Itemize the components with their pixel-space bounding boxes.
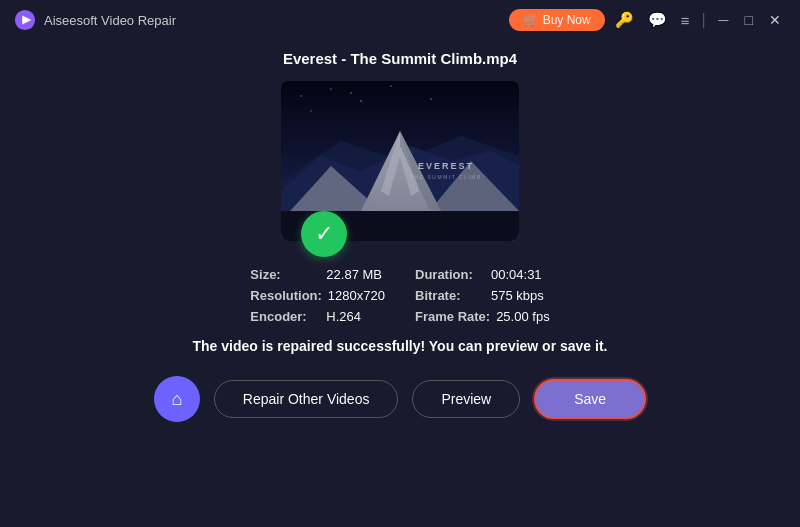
info-grid: Size: 22.87 MB Duration: 00:04:31 Resolu…	[250, 267, 549, 324]
minimize-button[interactable]: ─	[714, 10, 734, 30]
size-label: Size:	[250, 267, 320, 282]
save-button[interactable]: Save	[534, 379, 646, 419]
encoder-label: Encoder:	[250, 309, 320, 324]
maximize-button[interactable]: □	[740, 10, 758, 30]
key-icon[interactable]: 🔑	[611, 9, 638, 31]
size-row: Size: 22.87 MB	[250, 267, 385, 282]
buttons-row: ⌂ Repair Other Videos Preview Save	[154, 376, 646, 422]
buy-now-label: Buy Now	[543, 13, 591, 27]
bitrate-row: Bitrate: 575 kbps	[415, 288, 550, 303]
bitrate-label: Bitrate:	[415, 288, 485, 303]
app-logo-icon	[14, 9, 36, 31]
title-bar-right: 🛒 Buy Now 🔑 💬 ≡ | ─ □ ✕	[509, 9, 786, 31]
framerate-value: 25.00 fps	[496, 309, 550, 324]
duration-value: 00:04:31	[491, 267, 542, 282]
video-thumbnail-wrapper: EVEREST THE SUMMIT CLIMB ✓	[281, 81, 519, 241]
encoder-row: Encoder: H.264	[250, 309, 385, 324]
app-name-label: Aiseesoft Video Repair	[44, 13, 176, 28]
close-button[interactable]: ✕	[764, 10, 786, 30]
resolution-row: Resolution: 1280x720	[250, 288, 385, 303]
video-title: Everest - The Summit Climb.mp4	[283, 50, 517, 67]
buy-now-button[interactable]: 🛒 Buy Now	[509, 9, 605, 31]
resolution-label: Resolution:	[250, 288, 322, 303]
home-button[interactable]: ⌂	[154, 376, 200, 422]
resolution-value: 1280x720	[328, 288, 385, 303]
title-bar: Aiseesoft Video Repair 🛒 Buy Now 🔑 💬 ≡ |…	[0, 0, 800, 40]
duration-label: Duration:	[415, 267, 485, 282]
home-icon: ⌂	[171, 389, 182, 410]
size-value: 22.87 MB	[326, 267, 382, 282]
cart-icon: 🛒	[523, 13, 538, 27]
bitrate-value: 575 kbps	[491, 288, 544, 303]
chat-icon[interactable]: 💬	[644, 9, 671, 31]
success-badge: ✓	[301, 211, 347, 257]
title-separator: |	[701, 11, 705, 29]
repair-others-button[interactable]: Repair Other Videos	[214, 380, 399, 418]
encoder-value: H.264	[326, 309, 361, 324]
title-bar-left: Aiseesoft Video Repair	[14, 9, 176, 31]
main-content: Everest - The Summit Climb.mp4	[0, 40, 800, 527]
framerate-row: Frame Rate: 25.00 fps	[415, 309, 550, 324]
success-message: The video is repaired successfully! You …	[193, 338, 608, 354]
duration-row: Duration: 00:04:31	[415, 267, 550, 282]
preview-button[interactable]: Preview	[412, 380, 520, 418]
menu-icon[interactable]: ≡	[677, 10, 694, 31]
framerate-label: Frame Rate:	[415, 309, 490, 324]
